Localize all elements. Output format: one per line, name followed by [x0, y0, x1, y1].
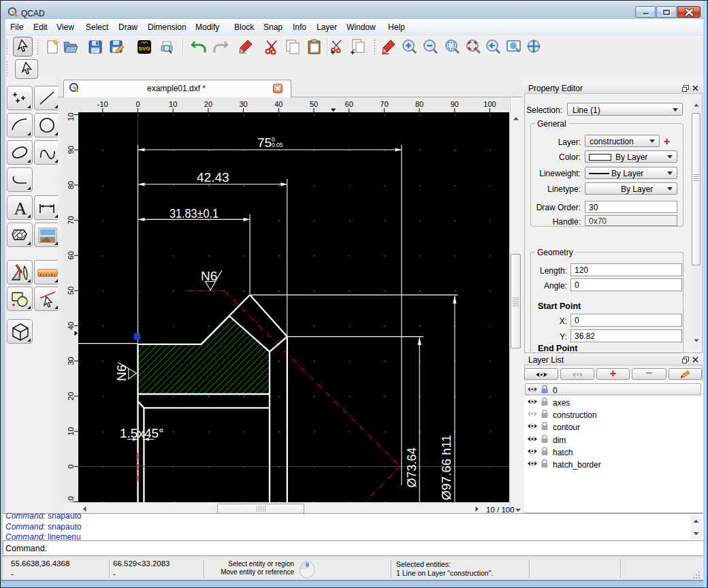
svg-text:31.83±0.1: 31.83±0.1: [170, 206, 219, 220]
svg-text:0: 0: [67, 464, 75, 468]
svg-text:90: 90: [67, 146, 75, 154]
svg-text:50: 50: [310, 100, 318, 108]
svg-text:60: 60: [345, 100, 353, 108]
svg-text:42.43: 42.43: [197, 170, 229, 184]
svg-text:-10: -10: [97, 100, 108, 108]
svg-text:90: 90: [451, 100, 459, 108]
svg-text:80: 80: [67, 181, 75, 189]
svg-text:30: 30: [67, 357, 75, 365]
svg-text:70: 70: [67, 216, 75, 224]
svg-text:20: 20: [204, 100, 212, 108]
svg-text:10: 10: [67, 427, 75, 436]
svg-text:75: 75: [257, 135, 272, 150]
svg-text:40: 40: [274, 100, 283, 108]
svg-text:100: 100: [67, 113, 75, 121]
svg-text:20: 20: [67, 392, 75, 400]
svg-text:0.05: 0.05: [272, 142, 283, 148]
svg-text:N6: N6: [201, 269, 217, 283]
svg-text:-10: -10: [67, 496, 75, 502]
svg-text:80: 80: [415, 100, 423, 108]
svg-text:10: 10: [169, 100, 177, 108]
svg-text:70: 70: [380, 100, 388, 108]
svg-text:100: 100: [483, 100, 496, 108]
svg-text:Ø73.64: Ø73.64: [404, 447, 419, 487]
svg-text:30: 30: [239, 100, 247, 108]
svg-text:40: 40: [67, 322, 75, 330]
svg-text:0: 0: [135, 100, 140, 108]
svg-text:Ø97.66 h11: Ø97.66 h11: [439, 435, 453, 500]
svg-text:60: 60: [67, 251, 75, 259]
svg-text:1.5x45°: 1.5x45°: [120, 426, 164, 440]
svg-text:SVG: SVG: [139, 46, 150, 52]
svg-text:50: 50: [67, 287, 75, 295]
svg-text:A: A: [14, 199, 27, 218]
